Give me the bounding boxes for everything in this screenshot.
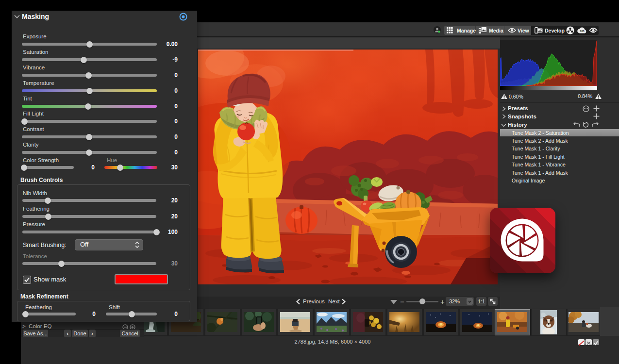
svg-text:365: 365 xyxy=(580,30,584,33)
